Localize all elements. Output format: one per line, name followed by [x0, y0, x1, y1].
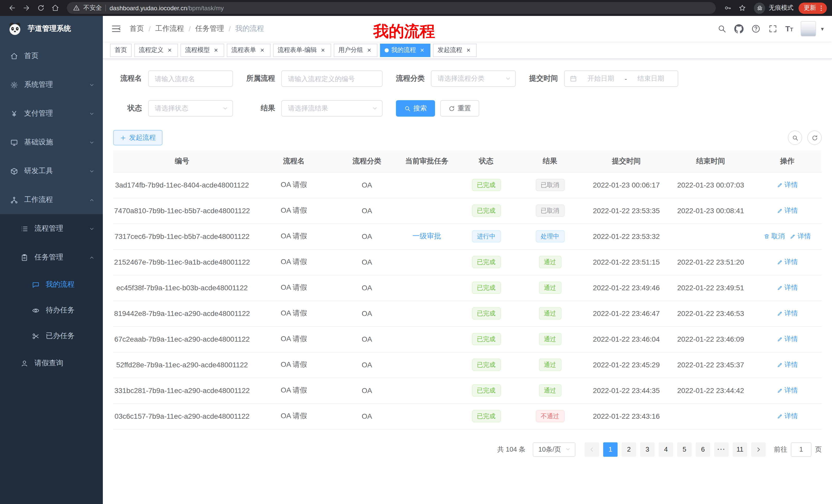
tab-process-definition[interactable]: 流程定义× [134, 44, 178, 57]
detail-link[interactable]: 详情 [777, 180, 798, 190]
cell-category: OA [337, 403, 397, 429]
close-icon[interactable]: × [465, 47, 472, 54]
detail-link[interactable]: 详情 [790, 232, 811, 241]
detail-link[interactable]: 详情 [777, 386, 798, 395]
font-size-icon[interactable]: TT [785, 24, 793, 33]
sidebar-item-done-task[interactable]: 已办任务 [0, 323, 103, 349]
page-button-11[interactable]: 11 [733, 442, 747, 456]
browser-menu-icon[interactable] [817, 4, 825, 11]
browser-update-button[interactable]: 更新 [799, 2, 827, 13]
more-pages-button[interactable]: ··· [714, 442, 729, 456]
close-icon[interactable]: × [419, 47, 426, 54]
process-category-select[interactable]: 请选择流程分类 [431, 71, 516, 87]
detail-link[interactable]: 详情 [777, 283, 798, 292]
sidebar-item-infrastructure[interactable]: 基础设施 [0, 128, 103, 157]
result-select[interactable]: 请选择流结果 [281, 100, 383, 117]
sidebar-item-workflow[interactable]: 工作流程 [0, 186, 103, 214]
avatar[interactable] [801, 21, 816, 36]
end-date-placeholder[interactable]: 结束日期 [629, 74, 673, 83]
address-bar[interactable]: 不安全 dashboard.yudao.iocoder.cn/bpm/task/… [67, 2, 716, 14]
home-icon [10, 52, 18, 60]
breadcrumb-item[interactable]: 任务管理 [196, 24, 224, 33]
process-name-label: 流程名 [113, 74, 142, 83]
search-button[interactable]: 搜索 [396, 100, 435, 117]
submit-time-range-picker[interactable]: 开始日期 - 结束日期 [564, 71, 678, 87]
browser-back-icon[interactable] [5, 1, 19, 15]
scissors-icon [32, 332, 40, 340]
sidebar-item-process-mgmt[interactable]: 流程管理 [0, 214, 103, 243]
goto-page-input[interactable] [791, 442, 811, 456]
bookmark-star-icon[interactable] [735, 1, 749, 15]
chevron-down-icon [89, 226, 95, 231]
current-task-link[interactable]: 一级审批 [412, 232, 441, 240]
sidebar-item-devtools[interactable]: 研发工具 [0, 157, 103, 186]
cell-process-name: OA 请假 [251, 403, 337, 429]
close-icon[interactable]: × [212, 47, 219, 54]
detail-link[interactable]: 详情 [777, 334, 798, 344]
page-size-select[interactable]: 10条/页 [533, 442, 575, 456]
page-button-1[interactable]: 1 [603, 442, 618, 456]
close-icon[interactable]: × [366, 47, 373, 54]
close-icon[interactable]: × [259, 47, 266, 54]
browser-home-icon[interactable] [48, 1, 62, 15]
detail-link[interactable]: 详情 [777, 309, 798, 318]
prev-page-button[interactable] [585, 442, 599, 456]
cell-actions: 详情 [753, 249, 822, 275]
sidebar-item-task-mgmt[interactable]: 任务管理 [0, 243, 103, 272]
refresh-table-button[interactable] [807, 131, 822, 145]
sidebar-item-leave-query[interactable]: 请假查询 [0, 349, 103, 377]
cell-end-time [669, 403, 753, 429]
help-icon[interactable] [751, 24, 760, 33]
detail-link[interactable]: 详情 [777, 257, 798, 267]
page-button-5[interactable]: 5 [677, 442, 692, 456]
cell-id: 819442e8-7b9a-11ec-a290-acde48001122 [113, 301, 251, 326]
tab-process-form-edit[interactable]: 流程表单-编辑× [273, 44, 331, 57]
page-button-3[interactable]: 3 [640, 442, 655, 456]
breadcrumb-item[interactable]: 工作流程 [155, 24, 184, 33]
process-name-input[interactable] [148, 71, 233, 87]
close-icon[interactable]: × [166, 47, 173, 54]
close-icon[interactable]: × [319, 47, 327, 54]
tab-home[interactable]: 首页 [110, 44, 132, 57]
toggle-search-button[interactable] [788, 131, 802, 145]
start-date-placeholder[interactable]: 开始日期 [579, 74, 623, 83]
fullscreen-icon[interactable] [768, 24, 778, 33]
breadcrumb-item[interactable]: 首页 [130, 24, 144, 33]
cancel-link[interactable]: 取消 [763, 232, 785, 241]
sidebar-item-my-process[interactable]: 我的流程 [0, 272, 103, 298]
tab-my-process[interactable]: 我的流程× [380, 44, 431, 57]
detail-link[interactable]: 详情 [777, 360, 798, 369]
page-button-4[interactable]: 4 [659, 442, 673, 456]
detail-link[interactable]: 详情 [777, 412, 798, 421]
tab-user-group[interactable]: 用户分组× [334, 44, 378, 57]
tab-start-process[interactable]: 发起流程× [433, 44, 477, 57]
browser-forward-icon[interactable] [20, 1, 33, 15]
detail-link[interactable]: 详情 [777, 206, 798, 215]
sidebar-item-payment[interactable]: 支付管理 [0, 99, 103, 128]
browser-reload-icon[interactable] [34, 1, 47, 15]
sidebar-item-todo-task[interactable]: 待办任务 [0, 298, 103, 323]
cell-category: OA [337, 223, 397, 249]
status-select[interactable]: 请选择状态 [148, 100, 233, 117]
filter-row-1: 流程名 所属流程 流程分类 请选择流程分类 [113, 71, 822, 87]
sidebar-item-home[interactable]: 首页 [0, 41, 103, 71]
table-row: 331bc281-7b9a-11ec-a290-acde48001122OA 请… [113, 377, 822, 403]
tab-process-form[interactable]: 流程表单× [227, 44, 270, 57]
github-icon[interactable] [734, 24, 744, 33]
page-button-6[interactable]: 6 [696, 442, 710, 456]
process-definition-input[interactable] [281, 71, 383, 87]
sidebar-toggle-icon[interactable] [111, 24, 121, 34]
monitor-icon [10, 138, 18, 146]
reset-button[interactable]: 重置 [440, 100, 479, 117]
status-tag: 已完成 [472, 333, 501, 345]
cell-process-name: OA 请假 [251, 352, 337, 377]
chevron-down-icon[interactable]: ▾ [821, 25, 824, 32]
sidebar-item-system[interactable]: 系统管理 [0, 71, 103, 99]
page-button-2[interactable]: 2 [622, 442, 636, 456]
create-process-button[interactable]: 发起流程 [113, 130, 162, 145]
search-icon[interactable] [717, 24, 727, 33]
tab-process-model[interactable]: 流程模型× [181, 44, 224, 57]
next-page-button[interactable] [751, 442, 766, 456]
cell-process-name: OA 请假 [251, 275, 337, 301]
password-key-icon[interactable] [721, 1, 734, 15]
